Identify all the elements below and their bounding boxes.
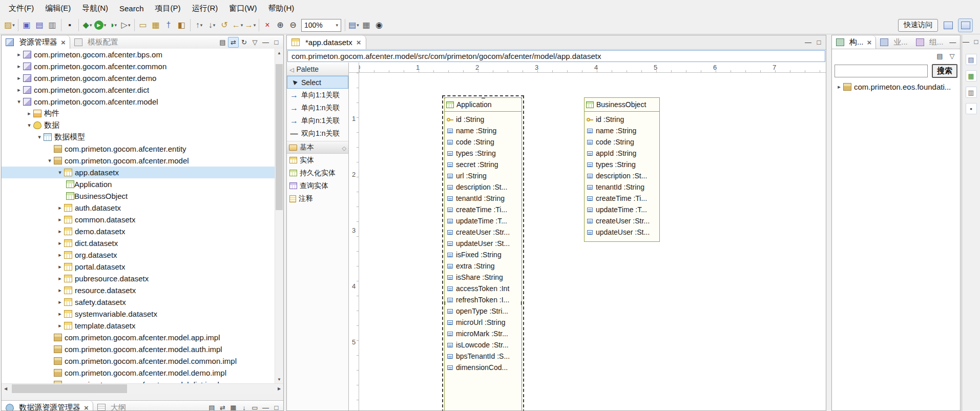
expand-arrow-icon[interactable]: ▾ (25, 122, 33, 129)
tree-item[interactable]: ▸ common.datasetx (2, 214, 275, 225)
scroll-up-icon[interactable]: ▲ (275, 49, 283, 57)
tree-item[interactable]: ▸ BusinessObject (2, 190, 275, 202)
tree-item[interactable]: ▸ portal.datasetx (2, 261, 275, 273)
entity-attribute[interactable]: microMark :Str... (445, 328, 522, 339)
properties-view-icon[interactable]: ▤ (966, 54, 977, 65)
expand-arrow-icon[interactable]: ▾ (56, 169, 64, 176)
entity-attribute[interactable]: types :String (585, 159, 659, 170)
palette-view-icon[interactable]: ▦ (966, 70, 977, 81)
pin-icon[interactable] (342, 143, 346, 152)
refresh-icon[interactable]: ↻ (239, 37, 249, 48)
maximize-icon[interactable]: □ (271, 37, 282, 48)
maximize-icon[interactable]: □ (271, 402, 282, 411)
tree-item[interactable]: ▸ Application (2, 178, 275, 190)
tab-business-library[interactable]: 业... (876, 35, 912, 49)
zoom-out-button[interactable]: ⊖ (287, 18, 300, 32)
tree-item[interactable]: ▾ 数据模型 (2, 131, 275, 143)
tab-outline[interactable]: 大纲 (93, 401, 130, 411)
tree-item[interactable]: ▸ 构件 (2, 108, 275, 119)
expand-arrow-icon[interactable]: ▸ (56, 204, 64, 211)
restore-icon[interactable]: □ (973, 37, 980, 46)
new-file-icon[interactable]: ▭ (249, 402, 260, 411)
entity-attribute[interactable]: name :String (585, 125, 659, 136)
next-edit-button[interactable]: ↓ ▾ (205, 18, 218, 32)
entity-attribute[interactable]: code :String (585, 136, 659, 148)
link-editor-icon[interactable]: ⇄ (228, 37, 239, 48)
tree-item[interactable]: com.primeton.gocom.afcenter.model.app.im… (2, 332, 275, 343)
expand-arrow-icon[interactable]: ▸ (25, 110, 33, 117)
tab-assembly-library[interactable]: 组... (912, 35, 948, 49)
tree-item[interactable]: ▾ 数据 (2, 119, 275, 131)
close-icon[interactable] (61, 38, 66, 47)
tree-horizontal-scrollbar[interactable]: ◀ ▶ (2, 383, 283, 394)
open-resource-button[interactable]: ▭ (137, 18, 150, 32)
entity-attribute[interactable]: updateUser :St... (445, 238, 522, 249)
editor-tab-app-datasetx[interactable]: *app.datasetx (287, 35, 366, 49)
entity-attribute[interactable]: createTime :Ti... (445, 204, 522, 215)
find-button[interactable]: ◉ (373, 18, 386, 32)
menu-file[interactable]: 文件(F) (3, 1, 39, 16)
build-button[interactable]: † (162, 18, 175, 32)
entity-attribute[interactable]: id :String (585, 114, 659, 125)
entity-businessobject[interactable]: BusinessObject id :String (584, 97, 660, 242)
expand-arrow-icon[interactable]: ▸ (56, 299, 64, 305)
expand-arrow-icon[interactable]: ▸ (56, 228, 64, 235)
scrollbar-thumb[interactable] (276, 64, 283, 210)
expand-arrow-icon[interactable]: ▸ (56, 322, 64, 329)
new-wizard-button[interactable]: ▨ ▾ (3, 18, 16, 32)
run-button[interactable]: ▶ ▾ (94, 18, 107, 32)
server-button[interactable]: ▦ (150, 18, 162, 32)
palette-tool-annotation[interactable]: 注释 (287, 192, 348, 205)
expand-arrow-icon[interactable]: ▾ (46, 157, 54, 164)
entity-attribute[interactable]: createUser :Str... (445, 227, 522, 238)
tab-resource-explorer[interactable]: 资源管理器 (2, 35, 70, 49)
entity-attribute[interactable]: updateUser :St... (585, 227, 659, 238)
palette-tool-entity[interactable]: 实体 (287, 154, 348, 167)
entity-attribute[interactable]: url :String (445, 170, 522, 181)
layers-button[interactable]: ▤ ▾ (347, 18, 360, 32)
minimize-icon[interactable]: — (260, 37, 271, 48)
back-button[interactable]: ← ▾ (231, 18, 244, 32)
palette-tool-assoc-nto1[interactable]: 单向n:1关联 (287, 114, 348, 127)
outline-view-icon[interactable]: ▥ (966, 87, 977, 98)
entity-attribute[interactable]: openType :Stri... (445, 305, 522, 317)
entity-attribute[interactable]: updateTime :T... (445, 215, 522, 227)
palette-tool-assoc-1to1[interactable]: 单向1:1关联 (287, 89, 348, 101)
search-input[interactable] (835, 65, 928, 77)
menu-run[interactable]: 运行(R) (186, 1, 224, 16)
maximize-icon[interactable]: □ (814, 37, 824, 48)
minimize-icon[interactable]: — (947, 37, 958, 48)
tab-template-config[interactable]: 模板配置 (70, 35, 122, 49)
entity-attribute[interactable]: code :String (445, 136, 522, 148)
expand-arrow-icon[interactable]: ▾ (15, 98, 23, 105)
selection-handle[interactable] (521, 97, 522, 98)
previous-edit-button[interactable]: ↑ ▾ (193, 18, 205, 32)
collapse-all-icon[interactable]: ▤ (934, 51, 945, 61)
maximize-icon[interactable]: □ (958, 37, 961, 48)
breadcrumb-path[interactable]: com.primeton.gocom.afcenter.model/src/co… (287, 50, 825, 62)
tree-vertical-scrollbar[interactable]: ▲ ▼ (275, 49, 283, 383)
tree-item[interactable]: ▸ systemvariable.datasetx (2, 308, 275, 320)
expand-arrow-icon[interactable]: ▸ (15, 87, 23, 93)
palette-group-basic[interactable]: 基本 (287, 141, 348, 154)
menu-help[interactable]: 帮助(H) (263, 1, 300, 16)
console-button[interactable]: ▪ (64, 18, 76, 32)
menu-search[interactable]: Search (114, 2, 150, 15)
expand-arrow-icon[interactable]: ▸ (56, 240, 64, 246)
scrollbar-thumb[interactable] (12, 384, 127, 393)
menu-project[interactable]: 项目(P) (150, 1, 186, 16)
expand-arrow-icon[interactable]: ▸ (56, 263, 64, 270)
entity-application[interactable]: Application id :String (444, 97, 522, 410)
external-tools-button[interactable]: ▷ ▾ (119, 18, 132, 32)
tree-item[interactable]: com.primeton.gocom.afcenter.entity (2, 143, 275, 155)
entity-attribute[interactable]: createUser :Str... (585, 215, 659, 227)
entity-attribute[interactable]: isLowcode :Str... (445, 339, 522, 351)
tree-item[interactable]: com.primeton.gocom.afcenter.model.demo.i… (2, 367, 275, 379)
minimize-icon[interactable]: — (963, 37, 970, 46)
menu-edit[interactable]: 编辑(E) (39, 1, 76, 16)
tree-item[interactable]: ▸ auth.datasetx (2, 202, 275, 214)
tree-item[interactable]: ▸ pubresource.datasetx (2, 273, 275, 284)
tree-item[interactable]: ▸ safety.datasetx (2, 296, 275, 308)
tree-item[interactable]: ▸ com.primeton.gocom.afcenter.demo (2, 72, 275, 84)
entity-attribute[interactable]: tenantId :String (585, 181, 659, 193)
